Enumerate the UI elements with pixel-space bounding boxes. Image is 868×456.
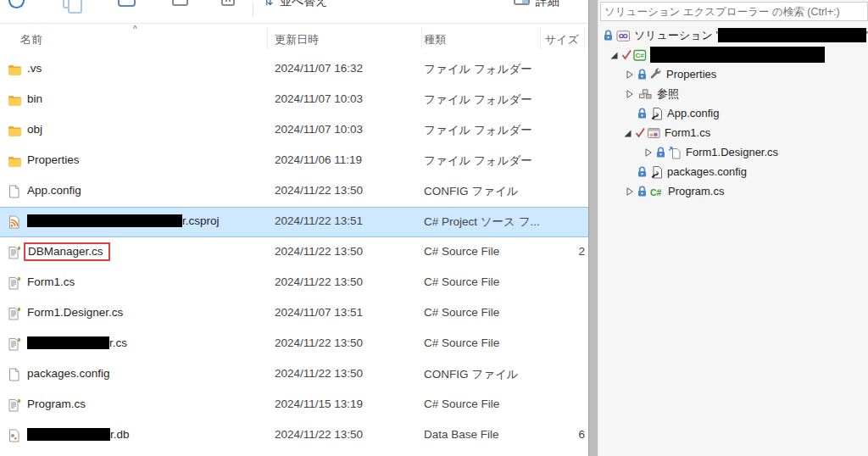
tree-item-label: Program.cs: [668, 185, 724, 197]
check-icon: [634, 126, 646, 140]
delete-icon[interactable]: [221, 0, 235, 6]
table-row[interactable]: packages.config 2024/11/22 13:50 CONFIG …: [0, 359, 588, 390]
file-type: ファイル フォルダー: [424, 153, 532, 169]
tree-item-label: 参照: [657, 86, 679, 102]
search-input[interactable]: [600, 2, 868, 21]
file-date: 2024/11/22 13:50: [275, 336, 363, 349]
table-row[interactable]: Properties 2024/11/06 11:19 ファイル フォルダー: [0, 146, 588, 176]
svg-text:C#: C#: [636, 52, 645, 59]
table-row[interactable]: Form1.Designer.cs 2024/11/07 13:51 C# So…: [0, 298, 588, 329]
column-header-type[interactable]: 種類: [424, 32, 446, 47]
file-type: ファイル フォルダー: [424, 123, 532, 138]
file-date: 2024/11/22 13:50: [275, 275, 363, 288]
tree-item-label: Form1.cs: [665, 126, 710, 139]
file-name: bin: [27, 92, 42, 105]
file-name: Properties: [27, 153, 80, 166]
folder-icon: [8, 63, 21, 76]
cs-file-icon: [8, 398, 21, 412]
file-date: 2024/11/22 13:51: [275, 214, 363, 227]
lock-icon: [636, 68, 648, 81]
file-type: C# Source File: [424, 398, 499, 410]
redaction-bar: [27, 336, 109, 349]
expand-expanded-icon[interactable]: [607, 48, 620, 62]
config-file-icon: [8, 368, 21, 381]
file-name: packages.config: [27, 367, 110, 380]
csharp-icon: C#: [649, 185, 665, 198]
expand-collapsed-icon[interactable]: [641, 146, 654, 159]
table-row[interactable]: r.cs 2024/11/22 13:50 C# Source File: [0, 329, 588, 359]
csharp-project-icon: C#: [633, 48, 647, 62]
tree-item-references[interactable]: 参照: [598, 84, 868, 103]
wrench-icon: [649, 68, 663, 81]
file-name: r.cs: [27, 336, 127, 349]
share-icon[interactable]: [172, 0, 188, 6]
file-name: r.csproj: [27, 214, 220, 227]
file-name: DBManager.cs: [27, 245, 110, 258]
expand-expanded-icon[interactable]: [620, 126, 634, 140]
file-name: Form1.Designer.cs: [27, 306, 123, 319]
file-name: App.config: [27, 184, 81, 197]
table-row[interactable]: Form1.cs 2024/11/22 13:50 C# Source File: [0, 268, 588, 298]
file-date: 2024/11/22 13:50: [275, 428, 363, 441]
file-type: C# Source File: [424, 245, 499, 258]
file-type: CONFIG ファイル: [424, 184, 519, 199]
expand-collapsed-icon[interactable]: [622, 68, 636, 81]
table-row[interactable]: obj 2024/11/07 10:03 ファイル フォルダー: [0, 115, 588, 146]
copy-icon[interactable]: [63, 0, 77, 8]
check-icon: [620, 48, 632, 62]
sort-button[interactable]: 並べ替え: [280, 0, 328, 9]
lock-icon: [654, 146, 667, 159]
file-type: CONFIG ファイル: [424, 367, 519, 382]
tree-item-label: App.config: [667, 107, 719, 120]
db-file-icon: [8, 429, 21, 442]
file-type: C# Project ソース フ...: [424, 214, 540, 230]
file-date: 2024/11/22 13:50: [275, 367, 363, 380]
details-icon[interactable]: [514, 0, 530, 5]
folder-icon: [8, 124, 21, 137]
redaction-bar: [718, 28, 866, 42]
tree-item-app-config[interactable]: App.config: [598, 103, 868, 123]
sort-caret-icon[interactable]: ^: [133, 25, 137, 34]
file-date: 2024/11/07 10:03: [275, 123, 363, 136]
file-type: ファイル フォルダー: [424, 92, 532, 108]
solution-explorer-panel: ソリューション ' ' C# Properties 参照 App.: [598, 0, 868, 456]
column-header-modified[interactable]: 更新日時: [275, 32, 319, 47]
details-button[interactable]: 詳細: [536, 0, 559, 9]
toolbar-divider: [253, 2, 253, 17]
tree-item-packages-config[interactable]: packages.config: [598, 162, 868, 181]
table-row[interactable]: App.config 2024/11/22 13:50 CONFIG ファイル: [0, 176, 588, 207]
tree-item-form1-designer[interactable]: Form1.Designer.cs: [598, 142, 868, 162]
table-row[interactable]: r.db 2024/11/22 13:50 Data Base File 6: [0, 420, 588, 451]
redaction-bar: [650, 47, 825, 63]
table-row[interactable]: .vs 2024/11/07 16:32 ファイル フォルダー: [0, 54, 588, 85]
table-row-selected[interactable]: r.csproj 2024/11/22 13:51 C# Project ソース…: [0, 207, 588, 237]
file-date: 2024/11/07 13:51: [275, 306, 363, 319]
tree-item-properties[interactable]: Properties: [598, 64, 868, 84]
tree-item-solution[interactable]: ソリューション ' ': [598, 25, 868, 45]
file-date: 2024/11/15 13:19: [275, 398, 363, 410]
tree-item-program[interactable]: C# Program.cs: [598, 181, 868, 201]
sort-icon[interactable]: ⇅: [264, 0, 274, 8]
table-row[interactable]: bin 2024/11/07 10:03 ファイル フォルダー: [0, 85, 588, 115]
file-type: Data Base File: [424, 428, 499, 441]
references-icon: [638, 87, 654, 101]
file-type: ファイル フォルダー: [424, 62, 532, 77]
column-header-size[interactable]: サイズ: [545, 32, 579, 47]
table-row[interactable]: Program.cs 2024/11/15 13:19 C# Source Fi…: [0, 390, 588, 420]
tree-item-form1[interactable]: Form1.cs: [598, 123, 868, 142]
expand-collapsed-icon[interactable]: [622, 185, 636, 198]
undo-icon[interactable]: [8, 0, 25, 8]
config-file-icon: [8, 185, 21, 198]
tree-item-label: packages.config: [667, 165, 747, 178]
file-name: Program.cs: [27, 398, 86, 410]
file-date: 2024/11/07 16:32: [275, 62, 363, 75]
annotation-red-box: DBManager.cs: [24, 242, 110, 261]
expand-collapsed-icon[interactable]: [622, 87, 636, 101]
column-header-name[interactable]: 名前: [20, 32, 42, 47]
tree-item-project[interactable]: C#: [598, 45, 868, 64]
rename-icon[interactable]: [118, 0, 136, 7]
table-row[interactable]: DBManager.cs 2024/11/22 13:50 C# Source …: [0, 237, 588, 268]
explorer-toolbar: ⇅ 並べ替え 詳細: [0, 0, 588, 24]
cs-file-icon: [8, 246, 21, 259]
redaction-bar: [27, 214, 182, 227]
